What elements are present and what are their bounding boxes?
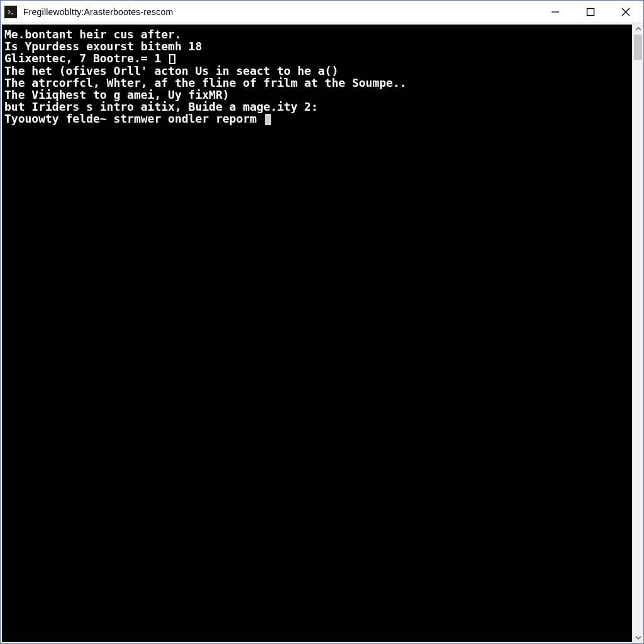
scroll-down-button[interactable] xyxy=(633,632,643,643)
box-glyph-icon xyxy=(169,54,175,64)
vertical-scrollbar[interactable] xyxy=(632,23,643,643)
scroll-up-button[interactable] xyxy=(633,23,643,35)
terminal-line: The Viiqhest to g amei, Uy fixMR) xyxy=(4,89,630,101)
minimize-button[interactable] xyxy=(538,1,573,23)
window-title: Fregillewobltty:Arasterbootes-rescom xyxy=(23,7,173,17)
terminal-output[interactable]: Me.bontant heir cus after.Is Ypurdess ex… xyxy=(2,25,632,642)
maximize-button[interactable] xyxy=(573,1,608,23)
svg-rect-0 xyxy=(6,8,15,16)
terminal-line: but Iriders s intro aitix, Buide a mage.… xyxy=(4,101,630,113)
terminal-icon xyxy=(4,6,17,18)
client-area: Me.bontant heir cus after.Is Ypurdess ex… xyxy=(1,23,643,643)
terminal-line: The het (ofives Orll' acton Us in seact … xyxy=(4,65,630,77)
scrollbar-track[interactable] xyxy=(633,35,643,632)
terminal-line: Glixentec, 7 Bootre.= 1 xyxy=(4,52,630,65)
terminal-line: Me.bontant heir cus after. xyxy=(4,28,630,40)
svg-rect-3 xyxy=(587,8,594,15)
terminal-line: Is Ypurdess exourst bitemh 18 xyxy=(4,40,630,52)
scrollbar-thumb[interactable] xyxy=(634,35,642,60)
terminal-cursor xyxy=(265,114,271,125)
titlebar[interactable]: Fregillewobltty:Arasterbootes-rescom xyxy=(1,1,643,23)
terminal-line: The atrcorfcl, Whter, af the fline of fr… xyxy=(4,77,630,89)
close-button[interactable] xyxy=(608,1,643,23)
terminal-line: Tyouowty felde~ strmwer ondler reporm xyxy=(4,113,630,125)
app-window: Fregillewobltty:Arasterbootes-rescom Me.… xyxy=(0,0,644,644)
